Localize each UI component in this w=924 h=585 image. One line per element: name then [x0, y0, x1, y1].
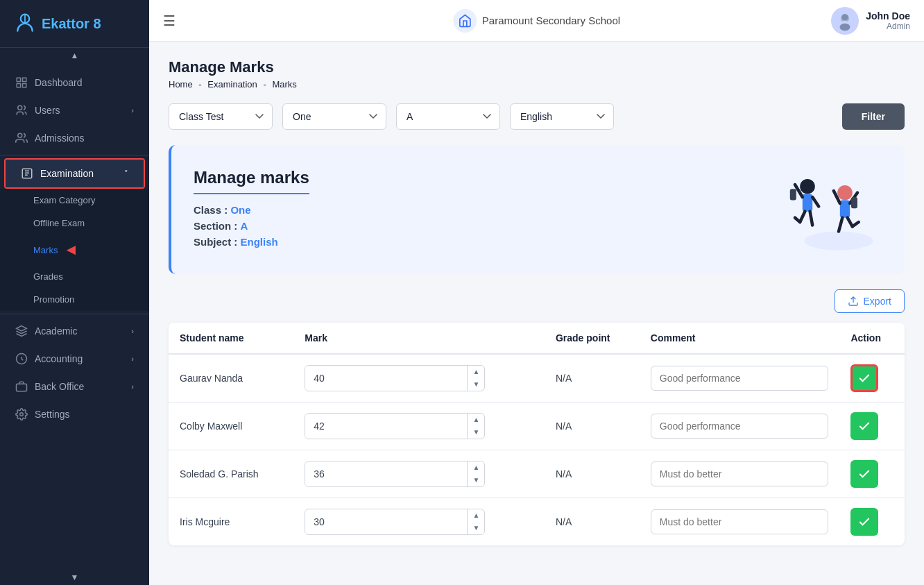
mark-increment[interactable]: ▲ — [468, 414, 484, 426]
marks-arrow-icon: ◄ — [63, 241, 78, 259]
sidebar-item-label: Academic — [35, 325, 77, 337]
sidebar-item-label: Examination — [40, 168, 94, 179]
student-mark[interactable]: ▲ ▼ — [293, 354, 545, 402]
student-mark[interactable]: ▲ ▼ — [293, 402, 545, 450]
mark-input[interactable] — [305, 414, 467, 438]
exam-icon — [21, 167, 33, 180]
mark-input-wrapper: ▲ ▼ — [305, 461, 485, 487]
breadcrumb-marks[interactable]: Marks — [272, 79, 296, 90]
sidebar-item-dashboard[interactable]: Dashboard — [0, 69, 149, 96]
action-cell — [839, 354, 905, 402]
sidebar-item-backoffice[interactable]: Back Office › — [0, 373, 149, 400]
mark-decrement[interactable]: ▼ — [468, 474, 484, 486]
mark-increment[interactable]: ▲ — [468, 366, 484, 378]
main-wrapper: ☰ Paramount Secondary School John Doe Ad… — [149, 0, 924, 585]
sidebar-scroll-up[interactable]: ▲ — [0, 48, 149, 63]
user-profile[interactable]: John Doe Admin — [831, 7, 910, 35]
mark-input[interactable] — [305, 462, 467, 486]
mark-input[interactable] — [305, 510, 467, 534]
marks-card: Manage marks Class : One Section : A Sub… — [169, 145, 905, 274]
divider — [0, 155, 149, 155]
exam-type-select[interactable]: Class Test Mid Term Final — [169, 103, 273, 130]
app-name: Ekattor 8 — [42, 16, 101, 32]
sidebar-item-label: Settings — [35, 409, 70, 420]
school-info: Paramount Secondary School — [453, 9, 620, 33]
sidebar-subitem-exam-category[interactable]: Exam Category — [0, 189, 149, 212]
sidebar-item-admissions[interactable]: Admissions — [0, 124, 149, 152]
sidebar-subitem-marks[interactable]: Marks ◄ — [0, 235, 149, 265]
users-icon — [15, 104, 28, 117]
comment-input[interactable] — [651, 366, 829, 391]
mark-input[interactable] — [305, 366, 467, 390]
save-action-button[interactable] — [850, 460, 878, 488]
sidebar-subitem-promotion[interactable]: Promotion — [0, 288, 149, 311]
student-mark[interactable]: ▲ ▼ — [293, 450, 545, 498]
sidebar-item-academic[interactable]: Academic › — [0, 317, 149, 345]
user-name: John Doe — [866, 10, 910, 22]
export-button[interactable]: Export — [835, 289, 905, 313]
sidebar-item-users[interactable]: Users › — [0, 96, 149, 124]
filter-row: Class Test Mid Term Final One Two Three … — [169, 103, 905, 130]
breadcrumb-examination[interactable]: Examination — [207, 79, 257, 90]
svg-point-15 — [800, 179, 815, 194]
comment-input[interactable] — [651, 509, 829, 534]
app-logo: Ekattor 8 — [0, 0, 149, 48]
sidebar: Ekattor 8 ▲ Dashboard Users › Admissions… — [0, 0, 149, 585]
class-select[interactable]: One Two Three — [282, 103, 386, 130]
mark-decrement[interactable]: ▼ — [468, 426, 484, 439]
svg-rect-2 — [23, 78, 26, 81]
table-row: Colby Maxwell ▲ ▼ N/A — [169, 402, 905, 450]
col-mark: Mark — [293, 323, 545, 354]
save-action-button[interactable] — [850, 364, 878, 392]
filter-button[interactable]: Filter — [842, 103, 905, 130]
svg-rect-3 — [17, 84, 20, 87]
backoffice-icon — [15, 380, 28, 393]
export-label: Export — [864, 296, 891, 307]
comment-cell[interactable] — [640, 450, 840, 498]
student-mark[interactable]: ▲ ▼ — [293, 498, 545, 546]
svg-rect-9 — [17, 384, 27, 391]
subject-select[interactable]: English Mathematics Science — [510, 103, 614, 130]
comment-cell[interactable] — [640, 402, 840, 450]
sidebar-subitem-grades[interactable]: Grades — [0, 265, 149, 288]
breadcrumb-home[interactable]: Home — [169, 79, 193, 90]
action-cell — [839, 402, 905, 450]
student-name: Colby Maxwell — [169, 402, 293, 450]
sidebar-item-settings[interactable]: Settings — [0, 400, 149, 428]
svg-point-13 — [840, 23, 850, 31]
mark-decrement[interactable]: ▼ — [468, 522, 484, 534]
svg-line-19 — [800, 212, 805, 222]
sidebar-subitem-offline-exam[interactable]: Offline Exam — [0, 212, 149, 235]
mark-increment[interactable]: ▲ — [468, 461, 484, 474]
main-content: Manage Marks Home - Examination - Marks … — [149, 42, 924, 585]
comment-cell[interactable] — [640, 354, 840, 402]
save-action-button[interactable] — [850, 412, 878, 440]
table-row: Iris Mcguire ▲ ▼ N/A — [169, 498, 905, 546]
svg-rect-1 — [17, 78, 20, 81]
table-row: Soledad G. Parish ▲ ▼ N/A — [169, 450, 905, 498]
svg-rect-4 — [23, 84, 26, 87]
comment-input[interactable] — [651, 461, 829, 486]
col-student-name: Student name — [169, 323, 293, 354]
marks-card-info: Manage marks Class : One Section : A Sub… — [194, 168, 309, 252]
accounting-icon — [15, 353, 28, 365]
building-icon — [458, 14, 472, 28]
comment-cell[interactable] — [640, 498, 840, 546]
school-name: Paramount Secondary School — [482, 15, 620, 26]
hamburger-button[interactable]: ☰ — [163, 12, 176, 29]
svg-line-30 — [853, 222, 859, 226]
sidebar-item-label: Back Office — [35, 381, 84, 392]
mark-increment[interactable]: ▲ — [468, 509, 484, 522]
check-icon — [857, 515, 871, 529]
sidebar-item-examination[interactable]: Examination ˅ — [6, 160, 144, 187]
svg-point-12 — [842, 14, 848, 20]
grid-icon — [15, 76, 28, 89]
section-select[interactable]: A B C — [396, 103, 500, 130]
sidebar-scroll-down[interactable]: ▼ — [0, 570, 149, 585]
sidebar-item-accounting[interactable]: Accounting › — [0, 345, 149, 373]
col-grade-point: Grade point — [545, 323, 640, 354]
mark-decrement[interactable]: ▼ — [468, 378, 484, 391]
save-action-button[interactable] — [850, 508, 878, 536]
comment-input[interactable] — [651, 414, 829, 439]
sidebar-item-label: Users — [35, 105, 60, 116]
